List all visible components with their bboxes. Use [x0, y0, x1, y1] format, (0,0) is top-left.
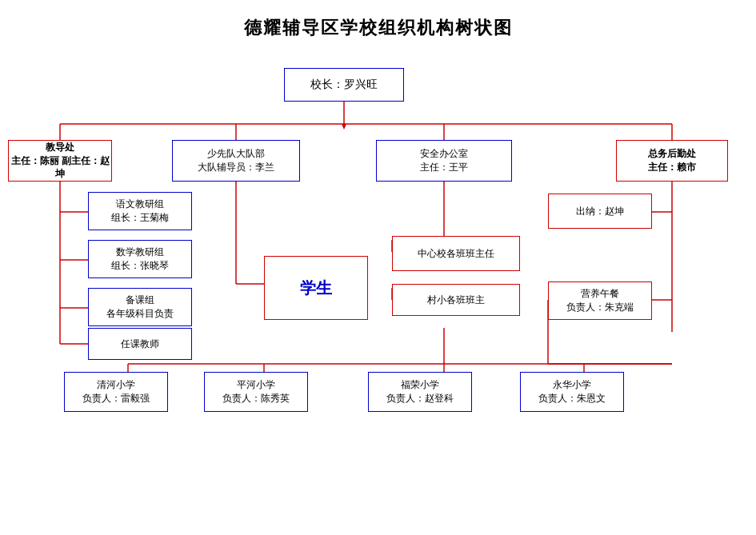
page: 德耀辅导区学校组织机构树状图	[0, 0, 756, 535]
qinghe-box: 清河小学 负责人：雷毅强	[64, 372, 168, 412]
yonghua-box: 永华小学 负责人：朱恩文	[520, 372, 624, 412]
yingyang-box: 营养午餐 负责人：朱克端	[548, 281, 652, 320]
shaoxian-box: 少先队大队部 大队辅导员：李兰	[172, 140, 300, 182]
xuesheng-box: 学生	[264, 256, 368, 320]
pinghe-box: 平河小学 负责人：陈秀英	[204, 372, 308, 412]
jiaodao-box: 教导处 主任：陈丽 副主任：赵坤	[8, 140, 112, 182]
principal-box: 校长：罗兴旺	[284, 68, 404, 102]
svg-marker-36	[342, 124, 346, 130]
cunxiao-box: 村小各班班主	[392, 284, 520, 316]
renjiao-box: 任课教师	[88, 328, 192, 360]
zongwu-box: 总务后勤处 主任：赖市	[616, 140, 728, 182]
beike-box: 备课组 各年级科目负责	[88, 288, 192, 326]
shuxue-box: 数学教研组 组长：张晓琴	[88, 240, 192, 278]
anquan-box: 安全办公室 主任：王平	[376, 140, 512, 182]
page-title: 德耀辅导区学校组织机构树状图	[8, 16, 748, 40]
chuna-box: 出纳：赵坤	[548, 194, 652, 229]
yuwen-box: 语文教研组 组长：王菊梅	[88, 192, 192, 230]
zhongxin-box: 中心校各班班主任	[392, 236, 520, 271]
furong-box: 福荣小学 负责人：赵登科	[368, 372, 472, 412]
